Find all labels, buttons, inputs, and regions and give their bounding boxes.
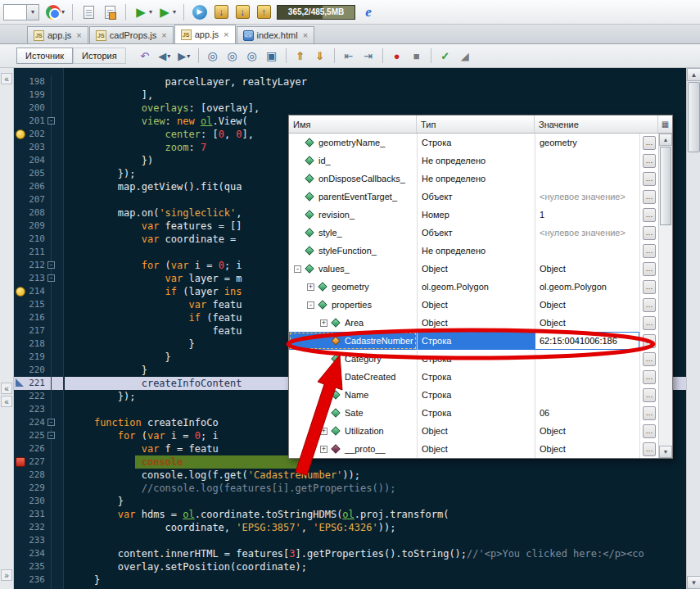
expand-icon[interactable]: + [320, 428, 327, 435]
upload-icon[interactable]: ↑ [254, 2, 273, 23]
debug-button[interactable]: ▶▾ [156, 2, 178, 23]
gutter-row[interactable]: 231 [14, 508, 63, 521]
gutter-row[interactable]: 227 [14, 455, 63, 469]
minimize-left-top-icon[interactable]: « [1, 73, 12, 84]
variable-row-Sate[interactable]: SateСтрока06… [289, 404, 658, 422]
variable-row-CadastreNumber[interactable]: CadastreNumberСтрока62:15:0041006:186… [289, 332, 658, 350]
gutter-row[interactable]: 236 [14, 573, 63, 587]
ellipsis-button[interactable]: … [643, 406, 656, 420]
ellipsis-button[interactable]: … [643, 136, 656, 150]
variable-row-geometryName_[interactable]: geometryName_Строкаgeometry… [289, 134, 658, 152]
code-line[interactable]: content.innerHTML = features[3].getPrope… [65, 547, 686, 560]
gutter-row[interactable]: 208 [14, 206, 63, 220]
find-icon[interactable]: ◎ [204, 47, 222, 65]
fold-toggle-icon[interactable]: - [47, 432, 55, 439]
toggle-highlight-icon[interactable]: ▣ [263, 47, 281, 65]
popup-scroll-down-icon[interactable]: ▼ [659, 446, 672, 458]
splitter-up-icon[interactable]: « [1, 383, 12, 394]
new-project-icon[interactable] [100, 2, 120, 23]
stop-macro-icon[interactable]: ■ [408, 47, 426, 65]
ellipsis-button[interactable]: … [643, 316, 656, 330]
code-line[interactable]: parcelLayer, realtyLayer [65, 75, 686, 88]
shift-right-icon[interactable]: ⇥ [359, 47, 377, 65]
gutter-row[interactable]: 216 [14, 311, 63, 324]
expand-icon[interactable]: + [320, 319, 327, 327]
variable-row-onDisposeCallbacks_[interactable]: onDisposeCallbacks_Не определено… [289, 170, 658, 188]
column-header-type[interactable]: Тип [417, 116, 535, 133]
gutter-row[interactable]: 211 [14, 246, 63, 259]
code-line[interactable]: } [65, 495, 686, 508]
ellipsis-button[interactable]: … [643, 172, 656, 186]
gutter-row[interactable]: 229 [14, 482, 63, 495]
expand-icon[interactable]: + [320, 446, 327, 453]
expand-icon[interactable]: + [307, 283, 314, 291]
code-line[interactable]: coordinate, 'EPSG:3857', 'EPSG:4326')); [65, 521, 686, 534]
ellipsis-button[interactable]: … [643, 208, 656, 222]
code-line[interactable] [65, 534, 686, 547]
start-macro-icon[interactable]: ● [388, 47, 406, 65]
comment-icon[interactable]: ✓ [436, 47, 454, 65]
gutter-row[interactable]: 214 [14, 285, 63, 298]
ellipsis-button[interactable]: … [643, 424, 656, 438]
gutter-row[interactable]: 225- [14, 429, 63, 442]
ellipsis-button[interactable]: … [643, 154, 656, 168]
code-line[interactable]: } [65, 573, 686, 587]
gutter-row[interactable]: 199 [14, 88, 63, 102]
ellipsis-button[interactable]: … [643, 226, 656, 240]
editor-vertical-scrollbar[interactable]: ▲ ▼ [686, 68, 700, 589]
column-header-name[interactable]: Имя [289, 116, 417, 133]
gutter-row[interactable]: 204 [14, 154, 63, 167]
scroll-up-icon[interactable]: ▲ [687, 68, 700, 81]
gutter-row[interactable]: 218 [14, 338, 63, 351]
gutter-row[interactable]: 228 [14, 469, 63, 482]
gutter-row[interactable]: 232 [14, 521, 63, 534]
column-settings-icon[interactable]: ▦ [658, 116, 672, 133]
column-header-value[interactable]: Значение [535, 116, 658, 133]
gutter-row[interactable]: 205 [14, 167, 63, 180]
gutter-row[interactable]: 213- [14, 272, 63, 285]
gutter-row[interactable]: 215 [14, 298, 63, 311]
variable-row-id_[interactable]: id_Не определено… [289, 152, 658, 170]
gutter-row[interactable]: 234 [14, 547, 63, 560]
ellipsis-button[interactable]: … [643, 190, 656, 204]
find-next-icon[interactable]: ◎ [224, 47, 242, 65]
gutter-row[interactable]: 210 [14, 233, 63, 246]
ellipsis-button[interactable]: … [643, 298, 656, 312]
last-edit-icon[interactable]: ↶ [136, 47, 154, 65]
shift-left-icon[interactable]: ⇤ [340, 47, 358, 65]
ellipsis-button[interactable]: … [643, 442, 656, 456]
variable-row-Category[interactable]: CategoryСтрока… [289, 350, 658, 368]
code-line[interactable]: var hdms = ol.coordinate.toStringHDMS(ol… [65, 508, 686, 521]
new-file-icon[interactable] [79, 2, 98, 23]
gutter-row[interactable]: 223 [14, 403, 63, 416]
find-previous-icon[interactable]: ◎ [243, 47, 261, 65]
gutter-row[interactable]: 224- [14, 416, 63, 429]
code-line[interactable]: overlay.setPosition(coordinate); [65, 560, 686, 573]
scroll-down-icon[interactable]: ▼ [687, 576, 700, 589]
back-icon[interactable]: ◀▾ [156, 47, 174, 65]
gutter-row[interactable]: 200 [14, 102, 63, 115]
ellipsis-button[interactable]: … [643, 388, 656, 402]
previous-bookmark-icon[interactable]: ⇑ [291, 47, 309, 65]
ellipsis-button[interactable]: … [643, 262, 656, 276]
tab-index.html[interactable]: <>index.html× [237, 26, 315, 43]
variable-row-geometry[interactable]: +geometryol.geom.Polygonol.geom.Polygon… [289, 278, 658, 296]
fold-toggle-icon[interactable]: - [47, 419, 55, 426]
combobox-arrow-icon[interactable]: ▾ [26, 5, 38, 20]
ellipsis-button[interactable]: … [643, 244, 656, 258]
code-line[interactable]: ], [65, 88, 686, 102]
browser-combobox[interactable]: ▾ [3, 4, 39, 20]
history-view-button[interactable]: История [73, 48, 126, 64]
variable-row-__proto__[interactable]: +__proto__ObjectObject… [289, 440, 658, 458]
gutter-row[interactable]: 219 [14, 351, 63, 364]
tab-close-icon[interactable]: × [303, 30, 308, 40]
warning-icon[interactable] [16, 129, 25, 139]
browser-icon[interactable]: e [359, 2, 378, 23]
variable-row-Utilization[interactable]: +UtilizationObjectObject… [289, 422, 658, 440]
editor-scrollbar-thumb[interactable] [688, 82, 700, 152]
run-button[interactable]: ▶▾ [132, 2, 154, 23]
gutter-row[interactable]: 207 [14, 193, 63, 206]
variable-row-DateCreated[interactable]: DateCreatedСтрока… [289, 368, 658, 386]
fold-toggle-icon[interactable]: - [47, 117, 55, 125]
collapse-icon[interactable]: - [307, 301, 314, 309]
